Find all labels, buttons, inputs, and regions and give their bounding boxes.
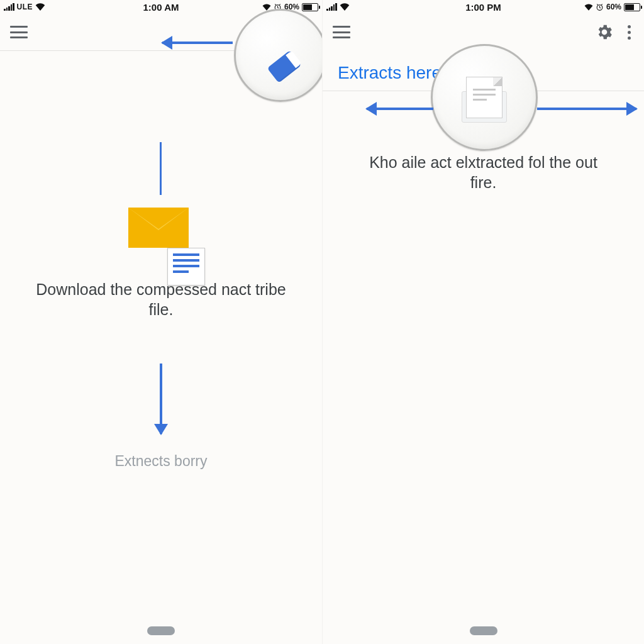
phone-screen-right: 1:00 PM 60% Extracts here	[322, 0, 644, 644]
signal-icon	[4, 3, 14, 11]
down-arrow	[160, 364, 162, 434]
battery-icon	[624, 3, 640, 11]
menu-button[interactable]	[333, 26, 350, 38]
nav-pill[interactable]	[470, 626, 497, 635]
clock: 1:00 AM	[143, 2, 179, 13]
wifi-icon	[35, 3, 45, 11]
menu-button[interactable]	[10, 26, 28, 38]
gesture-highlight-circle	[234, 9, 322, 102]
step-label: Extnects borry	[0, 453, 322, 470]
gesture-highlight-circle	[431, 44, 538, 151]
carrier-label: ULE	[17, 3, 33, 11]
battery-pct: 60%	[606, 3, 621, 11]
settings-button[interactable]	[595, 23, 614, 42]
document-icon	[466, 77, 502, 118]
status-bar: 1:00 PM 60%	[323, 0, 644, 14]
swipe-left-arrow	[162, 42, 233, 44]
alarm-icon	[596, 3, 604, 11]
wifi-icon	[340, 3, 350, 11]
overflow-menu-button[interactable]	[623, 23, 635, 41]
battery-icon	[302, 3, 318, 11]
connector-line	[160, 142, 162, 195]
download-illustration	[128, 208, 194, 267]
signal-icon	[326, 3, 337, 11]
phone-screen-left: ULE 1:00 AM 60%	[0, 0, 322, 644]
nav-pill[interactable]	[147, 626, 175, 635]
step-description: Kho aile act elxtracted fol the out fire…	[323, 152, 644, 192]
step-description: Download the compessed nact tribe file.	[0, 279, 322, 319]
swipe-right-arrow	[537, 108, 636, 110]
wifi-icon	[584, 4, 593, 11]
swipe-left-arrow	[367, 108, 433, 110]
eraser-icon	[267, 50, 302, 83]
clock: 1:00 PM	[465, 2, 501, 13]
envelope-icon	[128, 208, 189, 248]
